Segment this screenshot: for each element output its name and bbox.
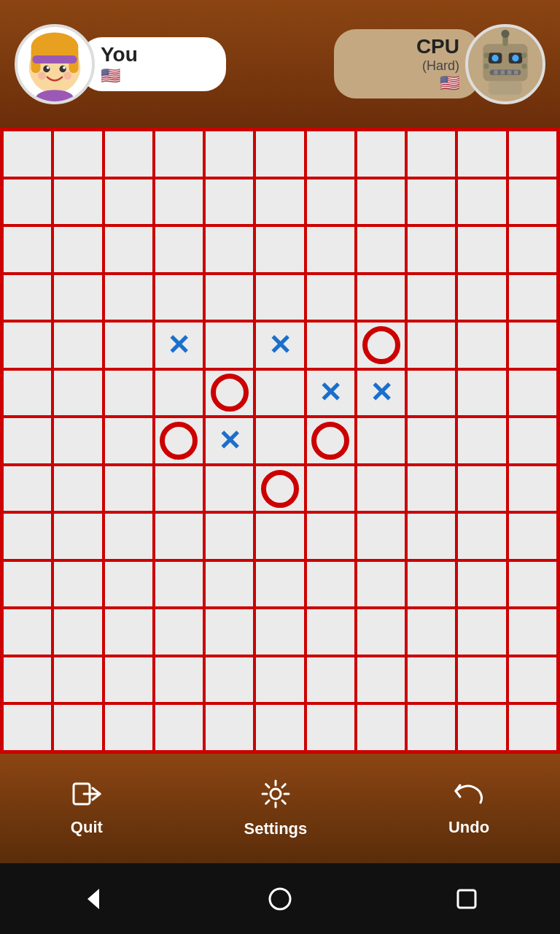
cell[interactable]: [52, 178, 103, 226]
cell[interactable]: [406, 321, 456, 369]
cell[interactable]: [154, 417, 204, 465]
cell[interactable]: [456, 321, 507, 369]
cell[interactable]: [406, 369, 456, 417]
home-button[interactable]: [258, 877, 302, 921]
cell[interactable]: [52, 656, 103, 704]
cell[interactable]: [406, 225, 456, 274]
cell[interactable]: [104, 512, 154, 560]
cell[interactable]: [52, 465, 103, 513]
cell[interactable]: [154, 465, 204, 513]
cell[interactable]: [306, 321, 356, 369]
cell[interactable]: [508, 417, 558, 465]
cell[interactable]: [356, 703, 406, 752]
cell[interactable]: [52, 225, 103, 274]
cell[interactable]: [104, 465, 154, 513]
cell[interactable]: [254, 178, 305, 226]
cell[interactable]: [104, 656, 154, 704]
cell[interactable]: [52, 274, 103, 322]
cell[interactable]: [356, 560, 406, 609]
cell[interactable]: [104, 369, 154, 417]
cell[interactable]: [456, 608, 507, 656]
cell[interactable]: [52, 417, 103, 465]
cell[interactable]: [508, 656, 558, 704]
cell[interactable]: [154, 178, 204, 226]
cell[interactable]: [406, 417, 456, 465]
cell[interactable]: [254, 274, 305, 322]
cell[interactable]: [356, 608, 406, 656]
cell[interactable]: [104, 417, 154, 465]
cell[interactable]: [204, 321, 254, 369]
cell[interactable]: [104, 560, 154, 609]
cell[interactable]: [306, 130, 356, 178]
cell[interactable]: [154, 274, 204, 322]
settings-button[interactable]: Settings: [229, 772, 322, 846]
cell[interactable]: [52, 321, 103, 369]
cell[interactable]: [508, 321, 558, 369]
cell[interactable]: [508, 369, 558, 417]
cell[interactable]: [306, 225, 356, 274]
cell[interactable]: [2, 130, 52, 178]
cell[interactable]: [2, 560, 52, 609]
cell[interactable]: [104, 225, 154, 274]
cell[interactable]: [52, 608, 103, 656]
cell[interactable]: [154, 225, 204, 274]
cell[interactable]: [406, 512, 456, 560]
cell[interactable]: [356, 417, 406, 465]
cell[interactable]: [204, 703, 254, 752]
cell[interactable]: ✕: [306, 369, 356, 417]
cell[interactable]: [2, 369, 52, 417]
cell[interactable]: [456, 512, 507, 560]
cell[interactable]: [2, 465, 52, 513]
cell[interactable]: [356, 465, 406, 513]
cell[interactable]: [356, 225, 406, 274]
cell[interactable]: [204, 465, 254, 513]
cell[interactable]: [204, 274, 254, 322]
cell[interactable]: [154, 369, 204, 417]
cell[interactable]: [508, 608, 558, 656]
cell[interactable]: [104, 703, 154, 752]
cell[interactable]: [456, 417, 507, 465]
cell[interactable]: [104, 321, 154, 369]
back-button[interactable]: [71, 877, 115, 921]
cell[interactable]: [508, 465, 558, 513]
cell[interactable]: [254, 608, 305, 656]
cell[interactable]: [52, 703, 103, 752]
cell[interactable]: [456, 703, 507, 752]
cell[interactable]: [508, 225, 558, 274]
cell[interactable]: [508, 130, 558, 178]
cell[interactable]: ✕: [356, 369, 406, 417]
cell[interactable]: [406, 703, 456, 752]
cell[interactable]: [154, 703, 204, 752]
cell[interactable]: [456, 225, 507, 274]
cell[interactable]: [306, 178, 356, 226]
cell[interactable]: [154, 130, 204, 178]
cell[interactable]: [2, 178, 52, 226]
cell[interactable]: [254, 225, 305, 274]
cell[interactable]: [204, 130, 254, 178]
cell[interactable]: [306, 608, 356, 656]
cell[interactable]: [154, 560, 204, 609]
cell[interactable]: [52, 560, 103, 609]
cell[interactable]: [104, 274, 154, 322]
cell[interactable]: [508, 560, 558, 609]
cell[interactable]: [456, 465, 507, 513]
cell[interactable]: [204, 225, 254, 274]
cell[interactable]: ✕: [254, 321, 305, 369]
cell[interactable]: [2, 417, 52, 465]
cell[interactable]: [356, 321, 406, 369]
cell[interactable]: [204, 369, 254, 417]
cell[interactable]: [406, 178, 456, 226]
cell[interactable]: [52, 369, 103, 417]
cell[interactable]: [2, 608, 52, 656]
cell[interactable]: [2, 225, 52, 274]
cell[interactable]: [306, 703, 356, 752]
cell[interactable]: ✕: [204, 417, 254, 465]
recents-button[interactable]: [445, 877, 489, 921]
cell[interactable]: [356, 274, 406, 322]
cell[interactable]: ✕: [154, 321, 204, 369]
cell[interactable]: [2, 656, 52, 704]
cell[interactable]: [154, 512, 204, 560]
cell[interactable]: [204, 512, 254, 560]
cell[interactable]: [306, 274, 356, 322]
cell[interactable]: [254, 512, 305, 560]
